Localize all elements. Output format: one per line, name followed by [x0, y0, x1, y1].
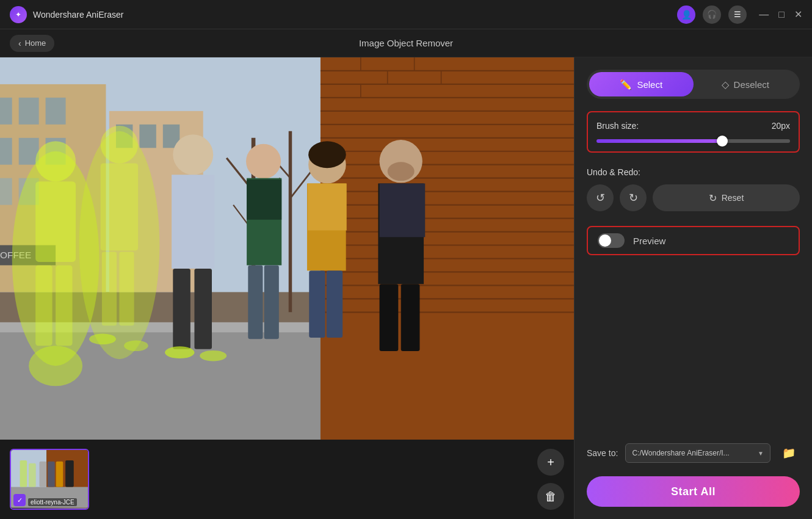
svg-rect-84: [401, 284, 420, 351]
canvas-area: COFFEE: [0, 57, 574, 519]
redo-icon: ↻: [629, 191, 638, 205]
select-button[interactable]: ✏️ Select: [589, 72, 694, 96]
svg-rect-65: [172, 175, 214, 269]
svg-rect-56: [56, 265, 72, 346]
photo-scene: COFFEE: [0, 57, 574, 440]
folder-icon: 📁: [782, 446, 796, 460]
redo-button[interactable]: ↻: [620, 184, 647, 211]
reset-label: Reset: [722, 193, 744, 203]
preview-toggle[interactable]: [598, 233, 625, 248]
slider-thumb: [717, 136, 728, 147]
svg-rect-9: [0, 178, 12, 205]
svg-rect-72: [264, 265, 279, 339]
preview-section: Preview: [587, 226, 800, 255]
undo-redo-section: Undo & Redo: ↺ ↻ ↻ Reset: [587, 165, 800, 214]
main-layout: COFFEE: [0, 57, 812, 519]
svg-rect-77: [309, 270, 325, 338]
save-to-label: Save to:: [587, 448, 618, 458]
svg-point-80: [388, 162, 415, 181]
browse-folder-button[interactable]: 📁: [778, 442, 800, 464]
svg-point-85: [165, 346, 194, 358]
svg-point-52: [29, 346, 82, 386]
toggle-knob: [599, 234, 611, 247]
select-deselect-toggle: ✏️ Select ◇ Deselect: [587, 70, 800, 99]
svg-point-68: [246, 144, 281, 179]
svg-rect-91: [20, 460, 27, 487]
reset-icon: ↻: [709, 192, 717, 204]
titlebar: ✦ Wondershare AniEraser 👤 🎧 ☰ — □ ✕: [0, 0, 812, 29]
svg-rect-66: [173, 269, 190, 349]
svg-point-53: [35, 141, 76, 181]
back-arrow-icon: ‹: [18, 38, 21, 48]
filmstrip: ✓ eliott-reyna-JCE + 🗑: [0, 440, 574, 519]
svg-rect-82: [380, 183, 426, 237]
menu-icon[interactable]: ☰: [728, 5, 747, 24]
home-button[interactable]: ‹ Home: [10, 35, 54, 52]
svg-rect-60: [102, 252, 117, 325]
navbar: ‹ Home Image Object Remover: [0, 29, 812, 57]
app-name: Wondershare AniEraser: [33, 10, 677, 20]
close-button[interactable]: ✕: [794, 9, 802, 20]
brush-size-slider[interactable]: [596, 139, 790, 143]
deselect-label: Deselect: [734, 79, 769, 90]
svg-rect-55: [35, 265, 52, 346]
home-label: Home: [25, 38, 46, 48]
svg-rect-92: [29, 463, 36, 487]
svg-rect-70: [247, 180, 281, 220]
svg-rect-19: [321, 57, 574, 440]
svg-rect-5: [46, 98, 66, 125]
svg-rect-83: [380, 284, 399, 351]
start-all-label: Start All: [671, 485, 716, 498]
undo-redo-label: Undo & Redo:: [587, 167, 800, 177]
svg-rect-76: [308, 183, 347, 230]
eraser-icon: ◇: [722, 79, 729, 90]
svg-rect-96: [65, 460, 74, 487]
film-thumbnail[interactable]: ✓ eliott-reyna-JCE: [10, 449, 89, 510]
maximize-button[interactable]: □: [778, 9, 785, 20]
support-icon[interactable]: 🎧: [703, 5, 721, 24]
thumb-filename: eliott-reyna-JCE: [28, 498, 77, 506]
svg-point-63: [124, 340, 148, 351]
add-file-button[interactable]: +: [537, 449, 564, 476]
brush-size-header: Brush size: 20px: [596, 121, 790, 131]
svg-rect-78: [327, 270, 343, 338]
undo-button[interactable]: ↺: [587, 184, 614, 211]
user-avatar-icon[interactable]: 👤: [677, 5, 695, 24]
svg-rect-15: [139, 125, 156, 148]
thumb-checkbox: ✓: [13, 494, 26, 506]
dropdown-icon: ▼: [758, 450, 764, 457]
svg-rect-67: [194, 269, 212, 349]
svg-rect-93: [40, 462, 47, 487]
brush-size-section: Brush size: 20px: [587, 111, 800, 153]
reset-button[interactable]: ↻ Reset: [653, 184, 800, 211]
spacer: [587, 267, 800, 430]
svg-rect-3: [0, 98, 12, 125]
svg-point-64: [173, 134, 213, 175]
save-path-field[interactable]: C:/Wondershare AniEraser/I... ▼: [625, 443, 770, 463]
svg-point-86: [200, 350, 227, 361]
delete-file-button[interactable]: 🗑: [537, 483, 564, 510]
right-panel: ✏️ Select ◇ Deselect Brush size: 20px Un…: [574, 57, 812, 519]
filmstrip-actions: + 🗑: [537, 449, 564, 510]
window-controls: — □ ✕: [759, 9, 802, 20]
svg-point-58: [101, 126, 139, 164]
title-icons: 👤 🎧 ☰: [677, 5, 747, 24]
save-path-text: C:/Wondershare AniEraser/I...: [632, 449, 729, 457]
app-logo: ✦: [10, 6, 27, 23]
brush-size-label: Brush size:: [596, 121, 639, 131]
deselect-button[interactable]: ◇ Deselect: [694, 72, 798, 96]
page-title: Image Object Remover: [359, 38, 453, 48]
image-container[interactable]: COFFEE: [0, 57, 574, 440]
minimize-button[interactable]: —: [759, 9, 769, 20]
start-all-button[interactable]: Start All: [587, 476, 800, 507]
svg-rect-59: [101, 164, 139, 251]
svg-rect-71: [248, 265, 263, 339]
svg-rect-54: [35, 181, 76, 262]
svg-point-74: [308, 141, 346, 168]
select-label: Select: [637, 79, 662, 90]
brush-size-value: 20px: [772, 121, 790, 131]
undo-redo-row: ↺ ↻ ↻ Reset: [587, 184, 800, 211]
svg-rect-94: [48, 462, 55, 487]
svg-rect-61: [119, 252, 134, 325]
svg-rect-6: [0, 138, 12, 165]
